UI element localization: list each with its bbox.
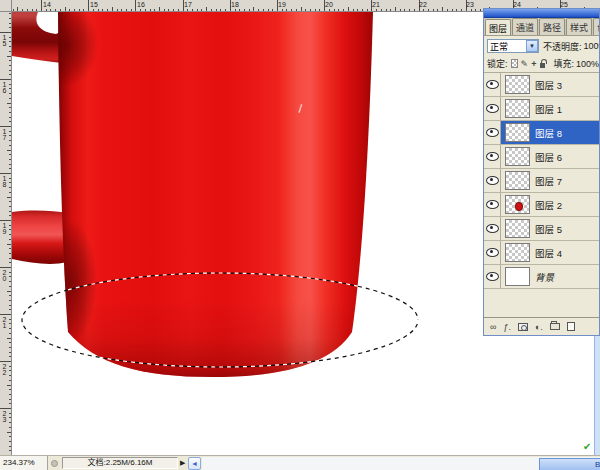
ruler-label: 22	[419, 1, 427, 8]
fill-value[interactable]: 100%	[576, 59, 599, 69]
eye-icon	[486, 80, 499, 89]
opacity-value[interactable]: 100%	[584, 41, 599, 51]
ruler-label: 25	[560, 1, 568, 8]
layer-name[interactable]: 图层 6	[535, 150, 562, 164]
lock-transparency-icon[interactable]	[511, 59, 518, 68]
layer-thumbnail[interactable]	[505, 75, 530, 94]
layers-panel: 图层通道路径样式色板 正常 ▼ 不透明度: 100% 锁定: ✎ + 填充: 1…	[483, 8, 600, 336]
layer-row[interactable]: 图层 7	[484, 169, 599, 193]
panel-tab[interactable]: 路径	[539, 18, 565, 35]
vertical-ruler: 151617181920212223	[0, 12, 12, 455]
horizontal-scrollbar-thumb[interactable]: BY 古欧雪茄 PHOTOSHOP 交流群 155189433 ►	[539, 458, 600, 470]
panel-tab-strip: 图层通道路径样式色板	[484, 18, 599, 36]
chevron-down-icon[interactable]: ▼	[526, 40, 538, 52]
ruler-label: 21	[372, 1, 380, 8]
layer-name[interactable]: 图层 8	[535, 126, 562, 140]
visibility-toggle[interactable]	[484, 265, 501, 288]
layer-mask-icon[interactable]	[518, 323, 528, 331]
eye-icon	[486, 224, 499, 233]
status-mini-icon	[51, 460, 58, 467]
layer-row[interactable]: 图层 1	[484, 97, 599, 121]
layer-thumbnail[interactable]	[505, 147, 530, 166]
fill-label: 填充:	[553, 57, 574, 70]
zoom-level-field[interactable]: 234.37%	[0, 456, 48, 470]
visibility-toggle[interactable]	[484, 73, 501, 96]
panel-tab[interactable]: 样式	[566, 18, 592, 35]
mug-handle-bottom	[12, 210, 68, 263]
layer-row[interactable]: 图层 2	[484, 193, 599, 217]
adjustment-layer-icon[interactable]: ◐.	[535, 322, 543, 332]
link-layers-icon[interactable]: ∞	[490, 322, 496, 332]
visibility-toggle[interactable]	[484, 145, 501, 168]
opacity-label: 不透明度:	[543, 40, 582, 53]
visibility-toggle[interactable]	[484, 241, 501, 264]
lock-all-icon[interactable]	[540, 63, 545, 68]
ruler-label: 15	[1, 34, 8, 46]
layer-thumbnail[interactable]	[505, 243, 530, 262]
new-group-icon[interactable]	[550, 323, 560, 330]
document-size-info: 文档:2.25M/6.16M	[62, 457, 178, 469]
blend-mode-select[interactable]: 正常 ▼	[487, 39, 539, 53]
layer-thumbnail[interactable]	[505, 171, 530, 190]
visibility-toggle[interactable]	[484, 121, 501, 144]
layer-row[interactable]: 图层 4	[484, 241, 599, 265]
eye-icon	[486, 272, 499, 281]
scroll-left-button[interactable]: ◄	[188, 457, 201, 470]
layer-name[interactable]: 图层 2	[535, 198, 562, 212]
ruler-label: 16	[137, 1, 145, 8]
layer-name[interactable]: 背景	[535, 270, 554, 284]
panel-bottom-bar: ∞ƒ.◐.	[484, 317, 599, 335]
layer-name[interactable]: 图层 7	[535, 174, 562, 188]
panel-tab[interactable]: 通道	[512, 18, 538, 35]
lock-paint-icon[interactable]: ✎	[521, 59, 529, 69]
lock-position-icon[interactable]: +	[531, 59, 536, 69]
new-layer-icon[interactable]	[567, 322, 575, 331]
blend-mode-value: 正常	[490, 40, 508, 53]
eye-icon	[486, 200, 499, 209]
layer-name[interactable]: 图层 5	[535, 222, 562, 236]
layer-row[interactable]: 图层 3	[484, 73, 599, 97]
eye-icon	[486, 104, 499, 113]
watermark-text: BY 古欧雪茄 PHOTOSHOP 交流群 155189433	[540, 459, 600, 470]
status-menu-arrow-icon[interactable]: ▶	[180, 459, 185, 467]
checkmark-icon: ✔	[583, 441, 591, 452]
panel-tab[interactable]: 色板	[593, 18, 599, 35]
layer-style-icon[interactable]: ƒ.	[503, 322, 511, 332]
visibility-toggle[interactable]	[484, 217, 501, 240]
ruler-label: 17	[1, 128, 8, 140]
horizontal-scrollbar-track[interactable]: BY 古欧雪茄 PHOTOSHOP 交流群 155189433 ►	[202, 457, 600, 470]
layer-thumbnail[interactable]	[505, 267, 530, 286]
ruler-label: 23	[1, 410, 8, 422]
visibility-toggle[interactable]	[484, 97, 501, 120]
layer-row[interactable]: 背景	[484, 265, 599, 289]
ruler-label: 16	[1, 81, 8, 93]
visibility-toggle[interactable]	[484, 193, 501, 216]
layer-thumbnail[interactable]	[505, 195, 530, 214]
ruler-label: 17	[184, 1, 192, 8]
eye-icon	[486, 248, 499, 257]
layer-thumbnail[interactable]	[505, 219, 530, 238]
ruler-label: 19	[278, 1, 286, 8]
layer-thumbnail[interactable]	[505, 123, 530, 142]
lock-label: 锁定:	[487, 57, 508, 70]
blend-mode-row: 正常 ▼ 不透明度: 100%	[484, 36, 599, 55]
layer-thumbnail[interactable]	[505, 99, 530, 118]
vertical-scrollbar[interactable]	[594, 336, 600, 455]
layer-name[interactable]: 图层 3	[535, 78, 562, 92]
thumbnail-content-dot	[515, 202, 523, 211]
status-bar: 234.37% 文档:2.25M/6.16M ▶ ◄ BY 古欧雪茄 PHOTO…	[0, 455, 600, 470]
layer-name[interactable]: 图层 4	[535, 246, 562, 260]
layer-row[interactable]: 图层 5	[484, 217, 599, 241]
lock-row: 锁定: ✎ + 填充: 100%	[484, 55, 599, 72]
eye-icon	[486, 128, 499, 137]
ruler-corner	[0, 0, 12, 12]
layer-row[interactable]: 图层 6	[484, 145, 599, 169]
layer-row[interactable]: 图层 8	[484, 121, 599, 145]
ruler-label: 20	[1, 269, 8, 281]
visibility-toggle[interactable]	[484, 169, 501, 192]
layer-name[interactable]: 图层 1	[535, 102, 562, 116]
ruler-label: 20	[325, 1, 333, 8]
panel-tab[interactable]: 图层	[485, 19, 511, 36]
panel-titlebar[interactable]	[484, 9, 599, 18]
ruler-label: 22	[1, 363, 8, 375]
